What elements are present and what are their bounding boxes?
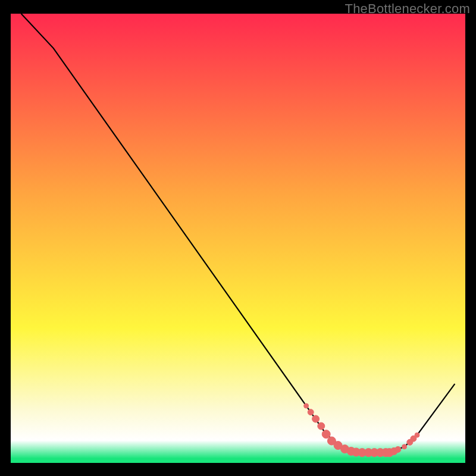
plot-background [11,14,465,463]
data-point [395,446,401,452]
data-point [322,430,330,439]
chart-stage: TheBottlenecker.com [0,0,476,476]
data-point [318,422,325,430]
data-point [312,415,320,422]
data-point [415,433,419,437]
watermark-text: TheBottlenecker.com [345,1,470,17]
data-point [304,403,309,408]
data-point [402,444,407,449]
data-point [308,409,314,415]
chart-svg [0,0,476,476]
